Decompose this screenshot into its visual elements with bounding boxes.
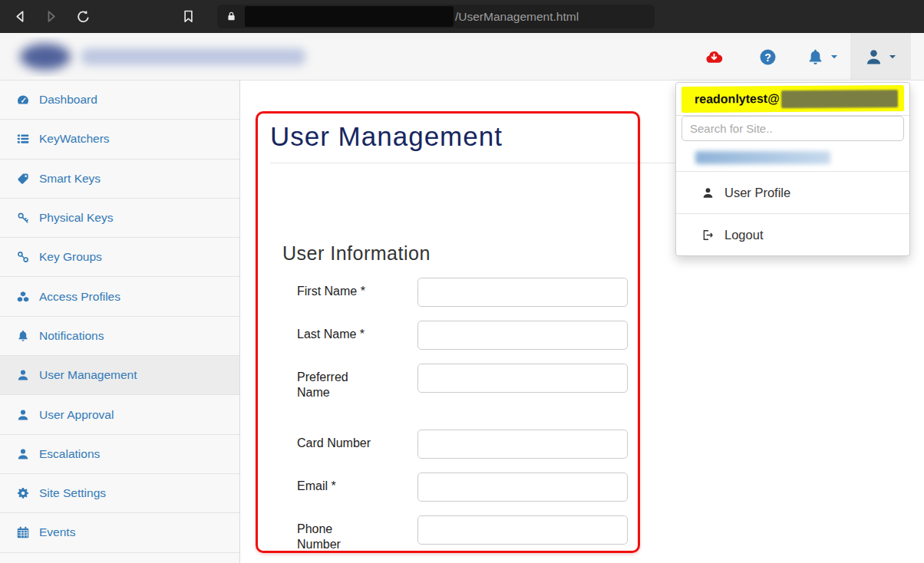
page-title: User Management	[270, 121, 675, 152]
sidebar-item-user-approval[interactable]: User Approval	[0, 395, 239, 434]
bell-icon	[15, 329, 31, 343]
chain-icon	[15, 250, 31, 264]
sidebar-item-access-profiles[interactable]: Access Profiles	[0, 277, 239, 316]
sidebar-item-site-settings[interactable]: Site Settings	[0, 474, 239, 513]
user-menu-items: User ProfileLogout	[676, 171, 909, 255]
browser-chrome: /UserManagement.html	[0, 0, 924, 33]
url-redaction	[245, 6, 454, 27]
sign-out-icon	[701, 229, 714, 242]
form-row-preferred-name: Preferred Name	[297, 364, 675, 400]
browser-back-icon[interactable]	[12, 8, 28, 25]
sidebar-item-dashboard[interactable]: Dashboard	[0, 81, 239, 120]
site-item-redacted[interactable]	[676, 143, 909, 171]
card-number-input[interactable]	[417, 430, 628, 459]
menu-item-user-profile[interactable]: User Profile	[676, 171, 909, 213]
user-form: First Name *Last Name *Preferred NameCar…	[297, 278, 675, 552]
site-name-blur	[695, 151, 830, 164]
list-icon	[15, 132, 31, 146]
browser-refresh-icon[interactable]	[75, 8, 91, 25]
caret-down-icon	[887, 51, 898, 62]
url-path: /UserManagement.html	[455, 10, 579, 24]
email-prefix: readonlytest@	[695, 92, 780, 106]
content-area: User Management User Information First N…	[270, 81, 675, 563]
email-domain-redaction	[781, 90, 898, 108]
sidebar-item-label: Dashboard	[39, 93, 97, 107]
svg-text:?: ?	[764, 51, 771, 63]
user-menu-button[interactable]	[850, 33, 911, 81]
sidebar-item-label: Access Profiles	[39, 290, 120, 304]
sidebar-item-events[interactable]: Events	[0, 513, 239, 552]
tag-icon	[15, 172, 31, 186]
gear-icon	[15, 486, 31, 500]
preferred-name-input[interactable]	[417, 364, 628, 393]
field-label: First Name *	[297, 278, 417, 307]
first-name-input[interactable]	[417, 278, 628, 307]
form-row-first-name: First Name *	[297, 278, 675, 307]
form-row-phone-number: Phone Number	[297, 515, 675, 552]
sidebar-item-keywatchers[interactable]: KeyWatchers	[0, 120, 239, 159]
menu-item-logout[interactable]: Logout	[676, 213, 909, 255]
screen: /UserManagement.html ? DashboardKeyWatch…	[0, 0, 924, 563]
sidebar-item-key-groups[interactable]: Key Groups	[0, 238, 239, 277]
highlighted-email: readonlytest@	[681, 85, 904, 113]
cloud-download-icon	[705, 48, 724, 67]
sidebar-item-label: Key Groups	[39, 250, 102, 264]
cubes-icon	[15, 290, 31, 304]
sidebar-item-label: Notifications	[39, 329, 104, 343]
form-row-last-name: Last Name *	[297, 321, 675, 350]
sidebar-item-label: User Management	[39, 368, 137, 382]
calendar-icon	[15, 525, 31, 539]
field-label: Phone Number	[297, 515, 417, 552]
sidebar-nav: DashboardKeyWatchersSmart KeysPhysical K…	[0, 81, 239, 553]
user-email-row: readonlytest@	[676, 83, 909, 116]
user-icon	[15, 368, 31, 382]
tachometer-icon	[15, 93, 31, 107]
caret-down-icon	[829, 51, 840, 62]
question-circle-icon: ?	[758, 48, 777, 67]
title-divider	[270, 163, 675, 163]
sidebar-item-label: Smart Keys	[39, 172, 101, 186]
lock-icon	[225, 10, 238, 23]
email-input[interactable]	[417, 472, 628, 502]
field-label: Last Name *	[297, 321, 417, 350]
last-name-input[interactable]	[417, 321, 628, 350]
header-actions: ?	[687, 33, 911, 81]
browser-url-bar[interactable]: /UserManagement.html	[217, 5, 655, 28]
app-logo-redacted	[8, 37, 322, 77]
menu-item-label: Logout	[724, 228, 763, 242]
sidebar: DashboardKeyWatchersSmart KeysPhysical K…	[0, 81, 240, 563]
field-label: Preferred Name	[297, 364, 417, 400]
menu-item-label: User Profile	[724, 186, 790, 200]
user-dropdown-menu: readonlytest@ User ProfileLogout	[675, 82, 910, 256]
user-icon	[864, 48, 883, 67]
form-row-card-number: Card Number	[297, 430, 675, 459]
notifications-button[interactable]	[794, 33, 850, 81]
sidebar-item-escalations[interactable]: Escalations	[0, 435, 239, 474]
download-button[interactable]	[687, 33, 741, 81]
sidebar-item-label: KeyWatchers	[39, 132, 110, 146]
sidebar-item-smart-keys[interactable]: Smart Keys	[0, 160, 239, 199]
field-label: Email *	[297, 472, 417, 502]
bell-icon	[806, 48, 825, 67]
sidebar-item-label: User Approval	[39, 408, 114, 422]
site-search-input[interactable]	[681, 116, 904, 141]
help-button[interactable]: ?	[741, 33, 794, 81]
site-search-wrap	[676, 116, 909, 143]
sidebar-item-physical-keys[interactable]: Physical Keys	[0, 199, 239, 238]
field-label: Card Number	[297, 430, 417, 459]
key-icon	[15, 211, 31, 225]
sidebar-item-label: Escalations	[39, 447, 100, 461]
bookmark-icon[interactable]	[180, 8, 196, 25]
user-icon	[15, 408, 31, 422]
user-icon	[701, 186, 714, 199]
logo-blur	[20, 44, 71, 70]
section-title: User Information	[282, 242, 675, 265]
browser-forward-icon[interactable]	[43, 8, 59, 25]
sidebar-item-label: Events	[39, 525, 75, 539]
user-icon	[15, 447, 31, 461]
sidebar-item-user-management[interactable]: User Management	[0, 356, 239, 395]
sidebar-item-notifications[interactable]: Notifications	[0, 317, 239, 356]
app-title-blur	[81, 48, 305, 65]
sidebar-item-label: Site Settings	[39, 486, 106, 500]
phone-number-input[interactable]	[417, 515, 628, 545]
